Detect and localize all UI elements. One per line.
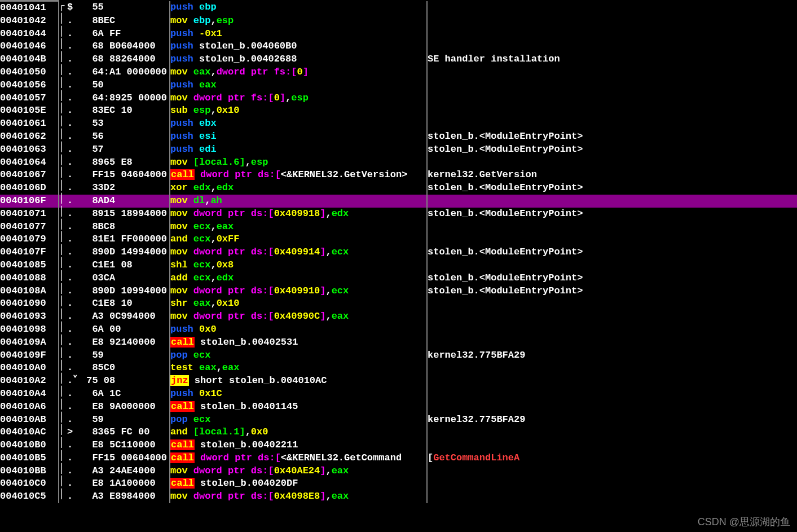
- hex-bytes-cell[interactable]: 81E1 FF000000: [81, 233, 170, 246]
- comment-cell[interactable]: [GetCommandLineA: [427, 452, 797, 465]
- comment-cell[interactable]: [427, 310, 797, 323]
- comment-cell[interactable]: stolen_b.<ModuleEntryPoint>: [427, 130, 797, 143]
- disasm-row[interactable]: 004010BB│. A3 24AE4000mov dword ptr ds:[…: [0, 465, 797, 478]
- disasm-row[interactable]: 00401088│. 03CAadd ecx,edxstolen_b.<Modu…: [0, 272, 797, 285]
- disasm-row[interactable]: 0040107F│. 890D 14994000mov dword ptr ds…: [0, 246, 797, 259]
- hex-bytes-cell[interactable]: 64:8925 00000: [81, 92, 170, 105]
- address-cell[interactable]: 00401044: [0, 28, 59, 41]
- hex-bytes-cell[interactable]: 6A FF: [81, 28, 170, 41]
- hex-bytes-cell[interactable]: 8BEC: [81, 15, 170, 28]
- address-cell[interactable]: 00401042: [0, 15, 59, 28]
- address-cell[interactable]: 004010A2: [0, 375, 59, 388]
- disassembly-cell[interactable]: mov dl,ah: [170, 195, 427, 208]
- disasm-row[interactable]: 004010A4│. 6A 1Cpush 0x1C: [0, 388, 797, 401]
- disasm-row[interactable]: 004010A0│. 85C0test eax,eax: [0, 362, 797, 375]
- comment-cell[interactable]: [427, 465, 797, 478]
- address-cell[interactable]: 00401079: [0, 233, 59, 246]
- comment-cell[interactable]: [427, 297, 797, 310]
- disasm-row[interactable]: 00401062│. 56push esistolen_b.<ModuleEnt…: [0, 130, 797, 143]
- disassembly-cell[interactable]: mov dword ptr ds:[0x409910],ecx: [170, 285, 427, 298]
- hex-bytes-cell[interactable]: 57: [81, 143, 170, 156]
- disassembly-cell[interactable]: and ecx,0xFF: [170, 233, 427, 246]
- address-cell[interactable]: 004010B0: [0, 439, 59, 452]
- hex-bytes-cell[interactable]: 6A 00: [81, 323, 170, 336]
- hex-bytes-cell[interactable]: 8BC8: [81, 221, 170, 234]
- address-cell[interactable]: 00401063: [0, 143, 59, 156]
- comment-cell[interactable]: stolen_b.<ModuleEntryPoint>: [427, 246, 797, 259]
- disasm-row[interactable]: 00401044│. 6A FFpush -0x1: [0, 28, 797, 41]
- address-cell[interactable]: 004010AC: [0, 426, 59, 439]
- disasm-row[interactable]: 004010C5│. A3 E8984000mov dword ptr ds:[…: [0, 490, 797, 503]
- hex-bytes-cell[interactable]: 8915 18994000: [81, 208, 170, 221]
- address-cell[interactable]: 00401050: [0, 66, 59, 79]
- disassembly-cell[interactable]: call dword ptr ds:[<&KERNEL32.GetVersion…: [170, 169, 427, 182]
- address-cell[interactable]: 004010AB: [0, 414, 59, 427]
- address-cell[interactable]: 0040109A: [0, 336, 59, 349]
- comment-cell[interactable]: [427, 79, 797, 92]
- address-cell[interactable]: 00401098: [0, 323, 59, 336]
- comment-cell[interactable]: [427, 66, 797, 79]
- hex-bytes-cell[interactable]: C1E8 10: [81, 297, 170, 310]
- address-cell[interactable]: 0040108A: [0, 285, 59, 298]
- comment-cell[interactable]: [427, 156, 797, 169]
- disassembly-cell[interactable]: mov ecx,eax: [170, 221, 427, 234]
- hex-bytes-cell[interactable]: 03CA: [81, 272, 170, 285]
- address-cell[interactable]: 0040104B: [0, 53, 59, 66]
- disassembly-cell[interactable]: mov dword ptr ds:[0x4098E8],eax: [170, 490, 427, 503]
- disasm-row[interactable]: 00401085│. C1E1 08shl ecx,0x8: [0, 259, 797, 272]
- hex-bytes-cell[interactable]: 8965 E8: [81, 156, 170, 169]
- comment-cell[interactable]: kernel32.GetVersion: [427, 169, 797, 182]
- address-cell[interactable]: 00401056: [0, 79, 59, 92]
- hex-bytes-cell[interactable]: FF15 04604000: [81, 169, 170, 182]
- disasm-row[interactable]: 0040109F│. 59pop ecxkernel32.775BFA29: [0, 349, 797, 362]
- hex-bytes-cell[interactable]: FF15 00604000: [81, 452, 170, 465]
- comment-cell[interactable]: [427, 336, 797, 349]
- disasm-row[interactable]: 0040105E│. 83EC 10sub esp,0x10: [0, 104, 797, 117]
- disasm-row[interactable]: 004010A6│. E8 9A000000call stolen_b.0040…: [0, 401, 797, 414]
- hex-bytes-cell[interactable]: 64:A1 0000000: [81, 66, 170, 79]
- disassembly-cell[interactable]: xor edx,edx: [170, 182, 427, 195]
- address-cell[interactable]: 004010A4: [0, 388, 59, 401]
- disassembly-cell[interactable]: push stolen_b.004060B0: [170, 40, 427, 53]
- disassembly-cell[interactable]: test eax,eax: [170, 362, 427, 375]
- disasm-row[interactable]: 0040106F│. 8AD4mov dl,ah: [0, 195, 797, 208]
- disasm-row[interactable]: 00401063│. 57push edistolen_b.<ModuleEnt…: [0, 143, 797, 156]
- disassembly-cell[interactable]: push 0x1C: [170, 388, 427, 401]
- hex-bytes-cell[interactable]: A3 E8984000: [81, 490, 170, 503]
- hex-bytes-cell[interactable]: 50: [81, 79, 170, 92]
- disasm-row[interactable]: 00401064│. 8965 E8mov [local.6],esp: [0, 156, 797, 169]
- address-cell[interactable]: 0040109F: [0, 349, 59, 362]
- comment-cell[interactable]: [427, 362, 797, 375]
- address-cell[interactable]: 00401062: [0, 130, 59, 143]
- disassembly-cell[interactable]: shr eax,0x10: [170, 297, 427, 310]
- address-cell[interactable]: 0040106F: [0, 195, 59, 208]
- comment-cell[interactable]: [427, 388, 797, 401]
- comment-cell[interactable]: [427, 28, 797, 41]
- comment-cell[interactable]: [427, 233, 797, 246]
- address-cell[interactable]: 0040105E: [0, 104, 59, 117]
- disasm-row[interactable]: 00401079│. 81E1 FF000000and ecx,0xFF: [0, 233, 797, 246]
- address-cell[interactable]: 0040106D: [0, 182, 59, 195]
- comment-cell[interactable]: [427, 15, 797, 28]
- hex-bytes-cell[interactable]: 59: [81, 414, 170, 427]
- hex-bytes-cell[interactable]: E8 9A000000: [81, 401, 170, 414]
- address-cell[interactable]: 00401067: [0, 169, 59, 182]
- address-cell[interactable]: 00401090: [0, 297, 59, 310]
- disassembly-cell[interactable]: add ecx,edx: [170, 272, 427, 285]
- comment-cell[interactable]: [427, 221, 797, 234]
- disassembly-cell[interactable]: mov dword ptr ds:[0x40990C],eax: [170, 310, 427, 323]
- address-cell[interactable]: 004010A0: [0, 362, 59, 375]
- hex-bytes-cell[interactable]: E8 1A100000: [81, 477, 170, 490]
- disasm-row[interactable]: 00401050│. 64:A1 0000000mov eax,dword pt…: [0, 66, 797, 79]
- disassembly-cell[interactable]: push ebp: [170, 1, 427, 15]
- disassembly-cell[interactable]: call stolen_b.004020DF: [170, 477, 427, 490]
- hex-bytes-cell[interactable]: 83EC 10: [81, 104, 170, 117]
- disasm-row[interactable]: 00401061│. 53push ebx: [0, 117, 797, 130]
- comment-cell[interactable]: [427, 375, 797, 388]
- hex-bytes-cell[interactable]: 59: [81, 349, 170, 362]
- hex-bytes-cell[interactable]: A3 24AE4000: [81, 465, 170, 478]
- disasm-row[interactable]: 004010B5│. FF15 00604000call dword ptr d…: [0, 452, 797, 465]
- address-cell[interactable]: 00401071: [0, 208, 59, 221]
- address-cell[interactable]: 00401088: [0, 272, 59, 285]
- disassembly-table[interactable]: 00401041┌$ 55push ebp00401042│. 8BECmov …: [0, 0, 797, 503]
